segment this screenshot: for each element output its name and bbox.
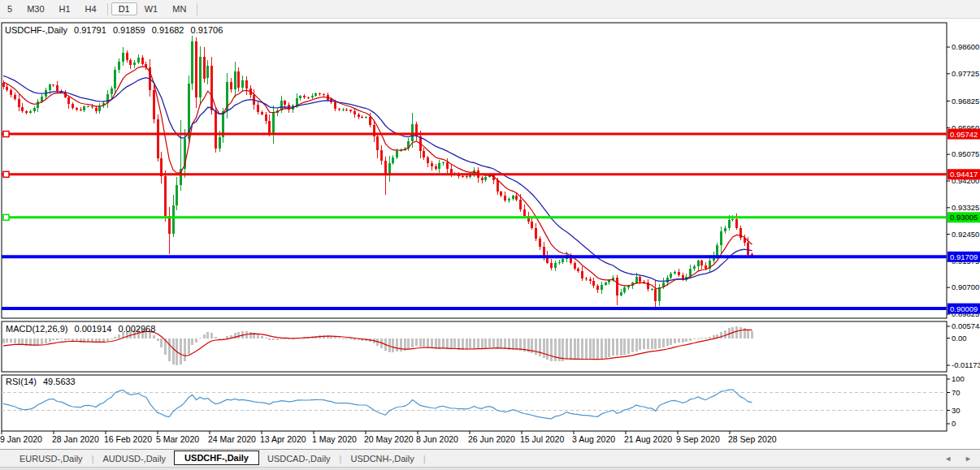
candle-body	[508, 199, 510, 201]
candle-body	[195, 41, 197, 97]
macd-bar	[392, 338, 394, 352]
macd-bar	[72, 338, 74, 342]
candle-body	[241, 80, 244, 88]
macd-bar	[423, 338, 425, 347]
price-axis-scale[interactable]	[947, 23, 980, 431]
candle-body	[206, 66, 209, 78]
candle-body	[272, 113, 275, 134]
candle-body	[319, 93, 321, 94]
macd-bar	[37, 338, 39, 346]
macd-bar	[457, 338, 460, 350]
macd-bar	[519, 338, 522, 351]
macd-bar	[678, 338, 680, 343]
candle-body	[616, 278, 618, 295]
macd-indicator-label: MACD(12,26,9) 0.001914 0.002968	[6, 324, 159, 334]
macd-bar	[261, 336, 263, 338]
macd-bar	[705, 338, 707, 338]
candle-body	[497, 180, 499, 192]
macd-bar	[662, 338, 665, 347]
level-drag-handle[interactable]	[3, 132, 9, 137]
candle-body	[365, 117, 367, 118]
macd-bar	[546, 338, 549, 360]
macd-bar	[21, 338, 24, 345]
candle-body	[693, 266, 696, 269]
macd-bar	[466, 338, 468, 350]
level-drag-handle[interactable]	[3, 171, 9, 177]
candle-body	[678, 272, 680, 275]
macd-bar	[543, 338, 545, 358]
macd-bar	[280, 338, 283, 339]
candle-body	[87, 106, 89, 107]
candle-body	[500, 192, 502, 195]
macd-bar	[215, 337, 217, 338]
candle-body	[481, 178, 483, 180]
candle-body	[651, 289, 653, 290]
macd-bar	[635, 338, 638, 351]
candle-body	[303, 96, 306, 97]
macd-bar	[735, 326, 738, 338]
candle-body	[720, 231, 722, 245]
macd-bar	[685, 338, 687, 342]
candle-body	[338, 109, 340, 110]
macd-bar	[203, 334, 206, 338]
macd-bar	[184, 338, 186, 361]
macd-bar	[539, 338, 541, 356]
candle-body	[512, 196, 514, 198]
candle-body	[411, 124, 414, 140]
macd-bar	[488, 338, 491, 347]
candle-body	[314, 93, 317, 95]
macd-bar	[111, 338, 113, 340]
candle-body	[345, 110, 348, 110]
macd-bar	[157, 338, 159, 342]
macd-bar	[396, 338, 398, 352]
time-axis-scale[interactable]	[2, 431, 947, 446]
candle-body	[431, 163, 433, 167]
macd-bar	[56, 338, 59, 340]
ohlc-open: 0.91791	[74, 25, 106, 35]
macd-bar	[41, 338, 43, 345]
candle-body	[635, 277, 638, 282]
macd-bar	[616, 338, 618, 356]
macd-bar	[102, 338, 105, 343]
candle-body	[731, 219, 734, 220]
candle-body	[605, 282, 607, 285]
rsi-name: RSI(14)	[6, 377, 37, 386]
macd-bar	[338, 338, 340, 338]
candle-body	[658, 287, 661, 300]
candle-body	[554, 263, 557, 268]
macd-bar	[64, 338, 67, 340]
candle-body	[589, 279, 592, 282]
candle-body	[639, 277, 641, 282]
macd-bar	[589, 338, 592, 360]
macd-bar	[658, 338, 661, 349]
macd-bar	[226, 336, 228, 338]
candle-body	[191, 41, 193, 84]
candle-body	[466, 176, 468, 177]
candle-body	[80, 110, 82, 110]
macd-bar	[512, 338, 514, 350]
candle-body	[728, 220, 731, 228]
macd-bar	[473, 338, 475, 349]
candle-body	[361, 117, 363, 118]
candle-body	[369, 117, 371, 125]
macd-bar	[6, 338, 8, 343]
candle-body	[535, 228, 537, 238]
macd-bar	[415, 338, 418, 347]
chart-canvas[interactable]: 0.986000.977250.968250.959500.950750.942…	[0, 0, 980, 470]
macd-bar	[682, 338, 684, 343]
candle-body	[342, 110, 345, 110]
macd-bar	[45, 338, 47, 343]
candle-body	[504, 196, 506, 201]
candle-body	[172, 205, 175, 234]
macd-bar	[431, 338, 433, 348]
candle-body	[396, 151, 398, 157]
macd-signal-value: 0.002968	[118, 324, 155, 334]
macd-bar	[581, 338, 583, 360]
candle-body	[37, 101, 39, 109]
candle-body	[462, 176, 464, 177]
level-drag-handle[interactable]	[3, 214, 9, 220]
candle-body	[334, 102, 336, 109]
candle-body	[14, 95, 16, 99]
candle-body	[724, 228, 726, 231]
candle-body	[446, 162, 449, 169]
